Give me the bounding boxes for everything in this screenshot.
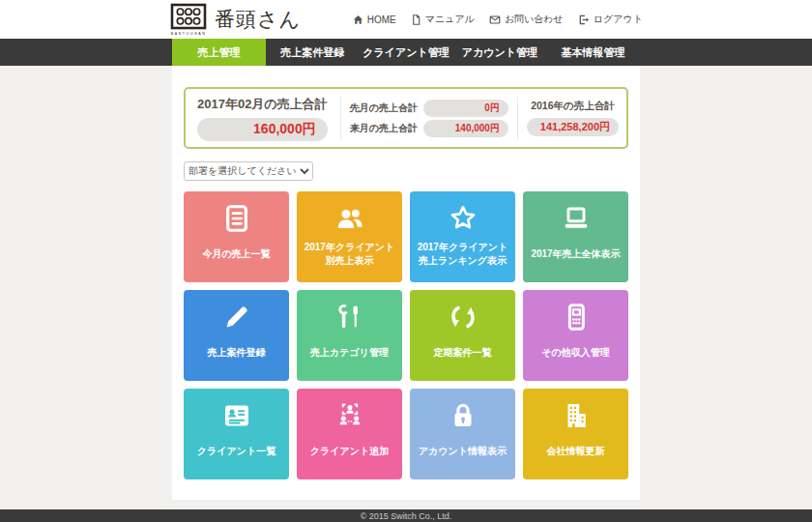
year-summary: 2016年の売上合計 141,258,200円 — [527, 100, 619, 136]
tile-other-income-management[interactable]: その他収入管理 — [523, 290, 628, 381]
logo-subtitle: BANTOUSAN — [171, 32, 207, 36]
laptop-icon — [561, 202, 592, 235]
tab-sales-entry[interactable]: 売上案件登録 — [266, 39, 360, 66]
users-icon — [334, 202, 365, 235]
tile-client-ranking-2017[interactable]: 2017年クライアント売上ランキング表示 — [410, 191, 515, 282]
list-document-icon — [221, 202, 252, 235]
home-icon — [353, 14, 363, 25]
pencil-icon — [221, 301, 252, 334]
star-icon — [448, 202, 478, 235]
tools-icon — [334, 301, 365, 334]
refresh-icon — [448, 301, 478, 334]
prev-month-label: 先月の売上合計 — [350, 102, 418, 115]
tab-client-management[interactable]: クライアント管理 — [360, 39, 453, 66]
lock-icon — [448, 399, 478, 432]
next-month-value: 140,000円 — [423, 120, 508, 137]
tab-account-management[interactable]: アカウント管理 — [452, 39, 546, 66]
calculator-icon — [561, 301, 592, 334]
divider — [340, 97, 341, 139]
manual-document-icon — [411, 14, 421, 25]
app-logo[interactable]: BANTOUSAN 番頭さん — [169, 3, 301, 36]
department-select[interactable]: 部署を選択してください — [184, 161, 313, 181]
tile-client-list[interactable]: クライアント一覧 — [184, 389, 289, 479]
building-icon — [561, 399, 592, 432]
abacus-logo-icon: BANTOUSAN — [169, 3, 208, 36]
main-nav: 売上管理 売上案件登録 クライアント管理 アカウント管理 基本情報管理 — [0, 39, 812, 66]
copyright-text: © 2015 Switch Co., Ltd. — [361, 511, 452, 521]
utility-nav: HOME マニュアル お問い合わせ ログアウト — [353, 13, 643, 26]
year-total-label: 2016年の売上合計 — [527, 100, 619, 113]
tile-account-info[interactable]: アカウント情報表示 — [410, 389, 515, 479]
contact-link[interactable]: お問い合わせ — [489, 13, 564, 26]
filter-row: 部署を選択してください — [184, 160, 628, 181]
year-total-value: 141,258,200円 — [527, 118, 619, 136]
tile-sales-entry[interactable]: 売上案件登録 — [184, 290, 289, 381]
sales-summary-box: 2017年02月の売上合計 160,000円 先月の売上合計 0円 来月の売上合… — [184, 87, 628, 149]
address-card-icon — [221, 399, 252, 432]
next-month-label: 来月の売上合計 — [350, 122, 418, 135]
tab-basic-info-management[interactable]: 基本情報管理 — [546, 39, 640, 66]
app-title: 番頭さん — [215, 6, 301, 33]
tile-company-info-update[interactable]: 会社情報更新 — [523, 389, 628, 479]
tile-add-client[interactable]: クライアント追加 — [297, 389, 402, 479]
divider — [517, 97, 518, 139]
current-month-value: 160,000円 — [197, 118, 328, 141]
logout-link[interactable]: ログアウト — [578, 13, 643, 26]
menu-tile-grid: 今月の売上一覧 2017年クライアント別売上表示 2017年クライアント売上ラン… — [184, 191, 628, 479]
envelope-icon — [489, 14, 501, 25]
prev-month-value: 0円 — [423, 100, 508, 117]
tile-overall-sales-2017[interactable]: 2017年売上全体表示 — [523, 191, 628, 282]
current-month-label: 2017年02月の売上合計 — [197, 96, 328, 113]
tile-sales-category-management[interactable]: 売上カテゴリ管理 — [297, 290, 402, 381]
adjacent-months-summary: 先月の売上合計 0円 来月の売上合計 140,000円 — [350, 97, 508, 140]
manual-link[interactable]: マニュアル — [411, 13, 475, 26]
main-area: 2017年02月の売上合計 160,000円 先月の売上合計 0円 来月の売上合… — [0, 66, 812, 509]
tab-sales-management[interactable]: 売上管理 — [172, 39, 266, 66]
header: BANTOUSAN 番頭さん HOME マニュアル お問い合わせ ログアウト — [0, 0, 812, 39]
logout-icon — [578, 14, 590, 25]
current-month-summary: 2017年02月の売上合計 160,000円 — [193, 96, 332, 141]
tile-monthly-sales-list[interactable]: 今月の売上一覧 — [184, 191, 289, 282]
tile-recurring-items[interactable]: 定期案件一覧 — [410, 290, 515, 381]
home-link[interactable]: HOME — [353, 14, 396, 25]
add-client-icon — [334, 399, 365, 432]
tile-client-sales-2017[interactable]: 2017年クライアント別売上表示 — [297, 191, 402, 282]
footer: © 2015 Switch Co., Ltd. — [0, 509, 812, 522]
content-card: 2017年02月の売上合計 160,000円 先月の売上合計 0円 来月の売上合… — [172, 66, 640, 500]
